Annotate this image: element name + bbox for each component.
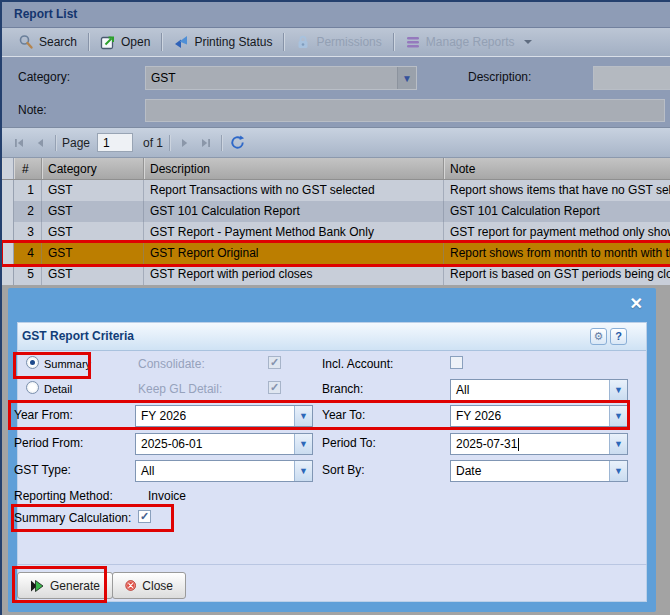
generate-label: Generate <box>50 579 100 593</box>
chevron-down-icon: ▼ <box>397 67 416 89</box>
gst-type-label: GST Type: <box>14 463 71 477</box>
window-titlebar: Report List <box>2 2 670 28</box>
summary-radio[interactable] <box>26 356 39 369</box>
detail-radio[interactable] <box>26 381 39 394</box>
prev-page-button[interactable] <box>31 134 49 152</box>
manage-reports-icon <box>405 34 421 50</box>
keep-gl-detail-label: Keep GL Detail: <box>138 382 222 396</box>
help-icon[interactable]: ? <box>610 328 627 345</box>
search-icon <box>18 34 34 50</box>
gear-icon[interactable]: ⚙ <box>590 328 607 345</box>
manage-reports-label: Manage Reports <box>426 35 515 49</box>
cell-note: GST 101 Calculation Report <box>444 201 670 222</box>
cell-num: 3 <box>14 222 42 243</box>
toolbar: Search Open Printing Status Permissions … <box>2 28 670 57</box>
sort-by-dropdown[interactable]: Date ▼ <box>450 460 628 482</box>
report-table: # Category Description Note 1GSTReport T… <box>2 158 670 285</box>
footer-divider <box>17 564 647 565</box>
period-to-dropdown[interactable]: 2025-07-31 ▼ <box>450 433 628 455</box>
page-label: Page <box>62 136 90 150</box>
cell-description: Report Transactions with no GST selected <box>144 180 444 201</box>
last-page-icon <box>199 136 213 150</box>
next-page-icon <box>178 136 192 150</box>
category-dropdown[interactable]: GST ▼ <box>145 66 417 90</box>
close-label: Close <box>142 579 173 593</box>
manage-reports-button: Manage Reports <box>397 30 540 54</box>
pager-separator <box>169 135 170 151</box>
sort-by-value: Date <box>451 461 609 481</box>
consolidate-checkbox: ✓ <box>268 356 281 369</box>
table-row[interactable]: 3GSTGST Report - Payment Method Bank Onl… <box>2 222 670 243</box>
branch-label: Branch: <box>322 382 363 396</box>
permissions-label: Permissions <box>316 35 381 49</box>
incl-account-label: Incl. Account: <box>322 357 393 371</box>
header-category[interactable]: Category <box>42 158 144 179</box>
cell-category: GST <box>42 222 144 243</box>
table-row[interactable]: 1GSTReport Transactions with no GST sele… <box>2 180 670 201</box>
search-button[interactable]: Search <box>10 30 85 54</box>
header-description[interactable]: Description <box>144 158 444 179</box>
table-row[interactable]: 2GSTGST 101 Calculation ReportGST 101 Ca… <box>2 201 670 222</box>
year-from-label: Year From: <box>14 408 73 422</box>
close-button[interactable]: Close <box>112 572 186 599</box>
printing-status-button[interactable]: Printing Status <box>165 30 280 54</box>
header-num[interactable]: # <box>14 158 42 179</box>
chevron-down-icon: ▼ <box>609 406 627 426</box>
printing-status-icon <box>173 34 189 50</box>
chevron-down-icon: ▼ <box>609 434 627 454</box>
next-page-button[interactable] <box>176 134 194 152</box>
table-row[interactable]: 4GSTGST Report OriginalReport shows from… <box>2 243 670 264</box>
close-icon[interactable]: ✕ <box>630 294 643 314</box>
cell-description: GST 101 Calculation Report <box>144 201 444 222</box>
generate-play-icon <box>30 580 44 592</box>
window-title: Report List <box>2 7 77 21</box>
cell-category: GST <box>42 243 144 264</box>
cell-indicator <box>2 243 14 264</box>
summary-calculation-checkbox[interactable]: ✓ <box>138 510 151 523</box>
year-to-value: FY 2026 <box>451 406 609 426</box>
page-of-label: of 1 <box>143 136 163 150</box>
year-from-dropdown[interactable]: FY 2026 ▼ <box>135 405 313 427</box>
refresh-icon <box>230 135 245 150</box>
page-number-input[interactable] <box>97 133 133 152</box>
open-label: Open <box>121 35 150 49</box>
sort-by-label: Sort By: <box>322 463 365 477</box>
category-label: Category: <box>18 70 70 84</box>
grid-body: 1GSTReport Transactions with no GST sele… <box>2 180 670 285</box>
printing-status-label: Printing Status <box>194 35 272 49</box>
table-row[interactable]: 5GSTGST Report with period closesReport … <box>2 264 670 285</box>
first-page-button[interactable] <box>10 134 28 152</box>
refresh-button[interactable] <box>228 134 246 152</box>
chevron-down-icon: ▼ <box>294 461 312 481</box>
period-to-value: 2025-07-31 <box>451 434 609 454</box>
year-to-dropdown[interactable]: FY 2026 ▼ <box>450 405 628 427</box>
close-circle-icon <box>125 578 136 593</box>
note-input[interactable] <box>145 99 665 122</box>
generate-button[interactable]: Generate <box>17 572 113 599</box>
incl-account-checkbox[interactable] <box>450 356 463 369</box>
period-from-dropdown[interactable]: 2025-06-01 ▼ <box>135 433 313 455</box>
cell-category: GST <box>42 264 144 285</box>
summary-calculation-label: Summary Calculation: <box>14 511 131 525</box>
cell-description: GST Report Original <box>144 243 444 264</box>
last-page-button[interactable] <box>197 134 215 152</box>
header-note[interactable]: Note <box>444 158 670 179</box>
chevron-down-icon: ▼ <box>609 380 627 400</box>
cell-num: 2 <box>14 201 42 222</box>
header-indicator <box>2 158 14 179</box>
cell-num: 4 <box>14 243 42 264</box>
gst-type-dropdown[interactable]: All ▼ <box>135 460 313 482</box>
branch-dropdown[interactable]: All ▼ <box>450 379 628 401</box>
filter-panel: Category: GST ▼ Description: Note: <box>2 57 670 127</box>
cell-num: 5 <box>14 264 42 285</box>
description-input[interactable] <box>593 66 670 90</box>
cell-indicator <box>2 180 14 201</box>
cell-num: 1 <box>14 180 42 201</box>
pagination-bar: Page of 1 <box>2 127 670 158</box>
pager-separator <box>221 135 222 151</box>
year-to-label: Year To: <box>322 408 365 422</box>
open-button[interactable]: Open <box>92 30 158 54</box>
cell-category: GST <box>42 180 144 201</box>
lock-icon <box>295 34 311 50</box>
open-icon <box>100 34 116 50</box>
